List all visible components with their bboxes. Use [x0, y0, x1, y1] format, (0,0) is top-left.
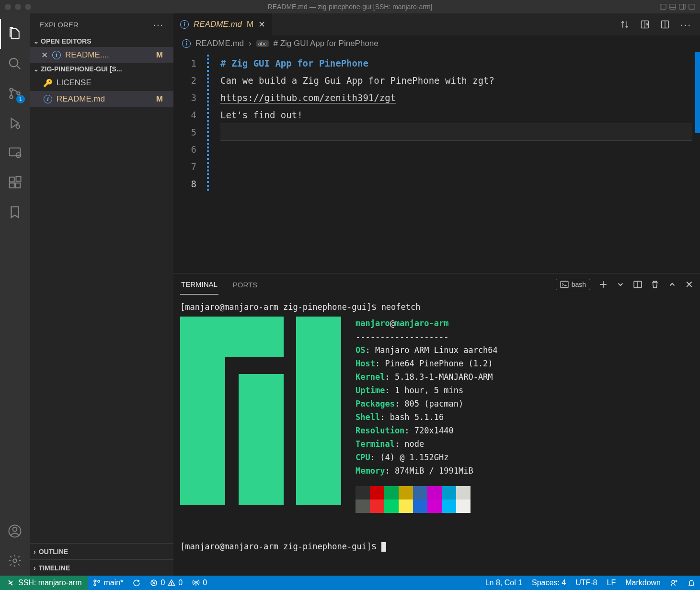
modified-badge: M — [156, 50, 170, 60]
ports-status[interactable]: 0 — [187, 579, 212, 587]
source-control-view-icon[interactable]: 1 — [0, 79, 30, 108]
minimize-window-icon[interactable] — [15, 4, 21, 10]
notifications-icon[interactable] — [683, 579, 700, 587]
error-icon — [150, 579, 158, 587]
activity-bar: 1 — [0, 13, 30, 576]
outline-label: OUTLINE — [39, 548, 68, 556]
title-bar: README.md — zig-pinephone-gui [SSH: manj… — [0, 0, 700, 13]
line-numbers: 12345678 — [173, 52, 207, 273]
file-row-license[interactable]: 🔑 LICENSE — [30, 75, 173, 91]
fullscreen-icon[interactable] — [689, 3, 695, 10]
breadcrumb-file[interactable]: README.md — [195, 39, 244, 48]
panel-left-icon[interactable] — [660, 3, 666, 10]
chevron-down-icon: ⌄ — [34, 66, 39, 73]
readme-file-icon: i — [52, 51, 61, 59]
project-section[interactable]: ⌄ ZIG-PINEPHONE-GUI [S... — [30, 63, 173, 75]
compare-changes-icon[interactable] — [620, 20, 630, 29]
cursor-position[interactable]: Ln 8, Col 1 — [481, 579, 527, 587]
terminal-prompt: [manjaro@manjaro-arm zig-pinephone-gui]$ — [180, 540, 693, 553]
code-line: # Zig GUI App for PinePhone — [220, 55, 700, 72]
file-label: LICENSE — [57, 78, 170, 88]
terminal-tab[interactable]: TERMINAL — [180, 274, 218, 295]
remote-explorer-view-icon[interactable] — [0, 138, 30, 168]
problems-status[interactable]: 0 0 — [145, 579, 187, 587]
split-editor-icon[interactable] — [660, 20, 670, 29]
editor-more-icon[interactable]: ··· — [680, 19, 691, 30]
outline-section[interactable]: › OUTLINE — [30, 543, 173, 559]
svg-point-10 — [10, 95, 12, 98]
open-editor-item[interactable]: ✕ i README.... M — [30, 47, 173, 63]
radio-tower-icon — [192, 579, 200, 587]
readme-file-icon: i — [180, 20, 189, 29]
readme-file-icon: i — [182, 39, 191, 48]
close-tab-icon[interactable]: ✕ — [258, 19, 265, 30]
open-editors-section[interactable]: ⌄ OPEN EDITORS — [30, 35, 173, 47]
svg-point-32 — [94, 580, 96, 582]
code-line: Can we build a Zig Gui App for PinePhone… — [220, 72, 700, 89]
svg-line-8 — [17, 66, 21, 69]
readme-file-icon: i — [44, 95, 52, 103]
explorer-view-icon[interactable] — [0, 19, 30, 49]
close-panel-icon[interactable]: ✕ — [685, 279, 693, 290]
svg-rect-4 — [679, 4, 685, 10]
svg-point-21 — [13, 559, 17, 563]
eol-status[interactable]: LF — [602, 579, 621, 587]
feedback-icon[interactable] — [666, 579, 683, 587]
license-file-icon: 🔑 — [43, 79, 53, 88]
file-row-readme[interactable]: i README.md M — [30, 91, 173, 107]
code-line: https://github.com/zenith391/zgt — [220, 89, 700, 106]
ssh-label: SSH: manjaro-arm — [18, 579, 81, 587]
new-terminal-icon[interactable] — [599, 280, 608, 289]
svg-rect-16 — [10, 183, 14, 188]
open-preview-icon[interactable] — [640, 20, 650, 29]
svg-rect-2 — [670, 4, 676, 10]
bookmarks-view-icon[interactable] — [0, 197, 30, 227]
modified-badge: M — [247, 20, 253, 29]
close-icon[interactable]: ✕ — [41, 50, 48, 60]
close-window-icon[interactable] — [5, 4, 11, 10]
terminal-icon — [560, 280, 569, 289]
svg-rect-0 — [660, 4, 666, 10]
svg-rect-15 — [10, 177, 14, 182]
sync-icon — [133, 579, 140, 587]
git-branch-status[interactable]: main* — [88, 579, 128, 587]
chevron-down-icon[interactable] — [616, 280, 625, 289]
editor-area: i README.md M ✕ ··· i README.md › abc # … — [173, 13, 700, 576]
chevron-right-icon: › — [249, 39, 252, 48]
sidebar-more-icon[interactable]: ··· — [153, 19, 164, 30]
terminal-output[interactable]: [manjaro@manjaro-arm zig-pinephone-gui]$… — [173, 295, 700, 576]
maximize-window-icon[interactable] — [25, 4, 31, 10]
chevron-up-icon[interactable] — [668, 280, 677, 289]
editor-body[interactable]: 12345678 # Zig GUI App for PinePhone Can… — [173, 52, 700, 273]
sync-status[interactable] — [128, 579, 145, 587]
breadcrumbs[interactable]: i README.md › abc # Zig GUI App for Pine… — [173, 35, 700, 52]
symbol-kind-icon: abc — [256, 40, 269, 47]
chevron-right-icon: › — [34, 548, 36, 556]
language-mode[interactable]: Markdown — [620, 579, 666, 587]
file-label: README.md — [57, 94, 152, 104]
cursor-block-icon — [381, 542, 386, 552]
terminal-shell-selector[interactable]: bash — [556, 279, 590, 290]
extensions-view-icon[interactable] — [0, 168, 30, 197]
project-label: ZIG-PINEPHONE-GUI [S... — [41, 65, 122, 73]
svg-rect-17 — [15, 183, 20, 188]
remote-ssh-status[interactable]: SSH: manjaro-arm — [0, 576, 88, 590]
settings-gear-icon[interactable] — [0, 546, 30, 576]
accounts-icon[interactable] — [0, 516, 30, 546]
ports-tab[interactable]: PORTS — [232, 275, 258, 295]
breadcrumb-symbol[interactable]: # Zig GUI App for PinePhone — [274, 39, 379, 48]
panel-right-icon[interactable] — [679, 3, 686, 10]
warnings-count: 0 — [178, 579, 183, 587]
indentation-status[interactable]: Spaces: 4 — [527, 579, 571, 587]
search-view-icon[interactable] — [0, 49, 30, 79]
code-content[interactable]: # Zig GUI App for PinePhone Can we build… — [209, 52, 700, 273]
panel-bottom-icon[interactable] — [669, 3, 676, 10]
sidebar-header: EXPLORER ··· — [30, 13, 173, 35]
split-terminal-icon[interactable] — [633, 280, 642, 289]
editor-tab-readme[interactable]: i README.md M ✕ — [173, 13, 273, 35]
trash-icon[interactable] — [651, 280, 659, 289]
overview-ruler[interactable] — [695, 52, 700, 176]
encoding-status[interactable]: UTF-8 — [571, 579, 602, 587]
timeline-section[interactable]: › TIMELINE — [30, 559, 173, 576]
run-debug-view-icon[interactable] — [0, 108, 30, 138]
